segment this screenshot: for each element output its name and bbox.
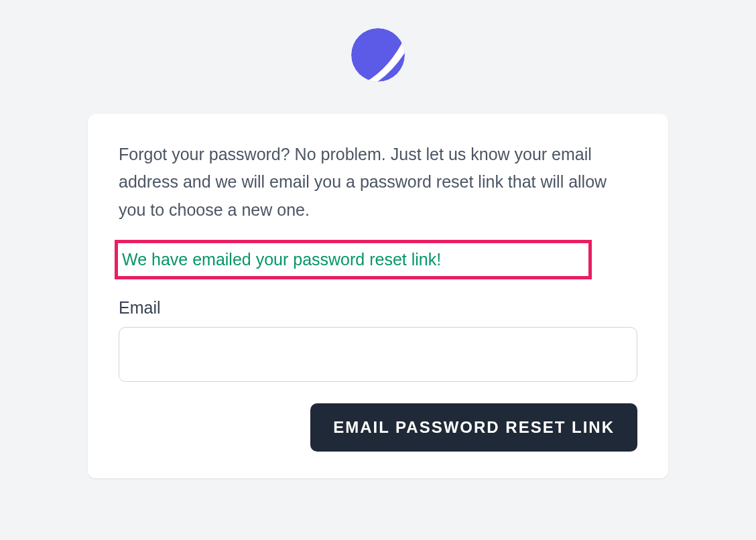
email-input[interactable] <box>119 327 637 382</box>
email-label: Email <box>119 298 637 318</box>
email-form-group: Email <box>119 298 637 382</box>
button-row: EMAIL PASSWORD RESET LINK <box>119 403 637 452</box>
status-message-text: We have emailed your password reset link… <box>122 250 441 269</box>
app-logo <box>351 28 405 82</box>
page-container: Forgot your password? No problem. Just l… <box>0 0 756 478</box>
instruction-text: Forgot your password? No problem. Just l… <box>119 141 637 224</box>
status-message-box: We have emailed your password reset link… <box>115 240 592 279</box>
forgot-password-card: Forgot your password? No problem. Just l… <box>88 114 668 478</box>
submit-button[interactable]: EMAIL PASSWORD RESET LINK <box>310 403 637 452</box>
